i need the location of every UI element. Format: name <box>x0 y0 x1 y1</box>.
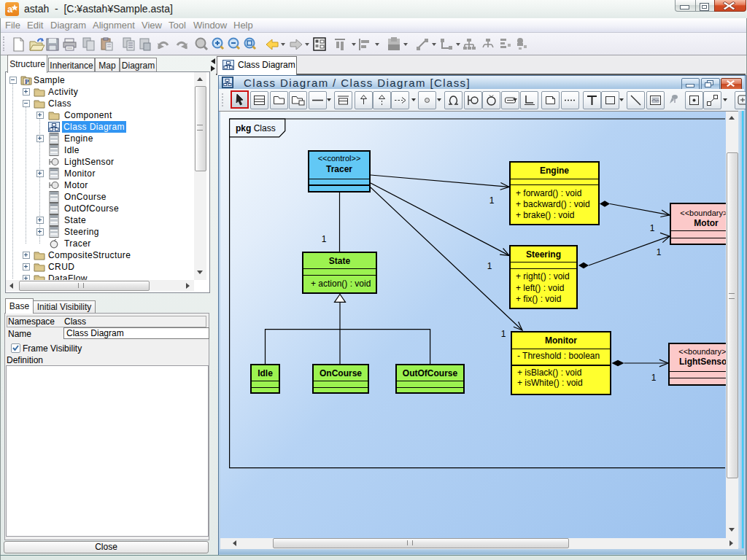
svg-text:pkg Class: pkg Class <box>236 123 276 133</box>
svg-text:1: 1 <box>489 195 495 206</box>
svg-text:1: 1 <box>657 247 662 257</box>
svg-text:1: 1 <box>501 329 506 339</box>
svg-text:1: 1 <box>487 261 492 271</box>
svg-text:P: P <box>25 78 29 85</box>
svg-text:1: 1 <box>322 234 327 244</box>
svg-text:1: 1 <box>650 223 655 233</box>
svg-text:1: 1 <box>651 373 657 383</box>
svg-text:a: a <box>7 4 13 15</box>
